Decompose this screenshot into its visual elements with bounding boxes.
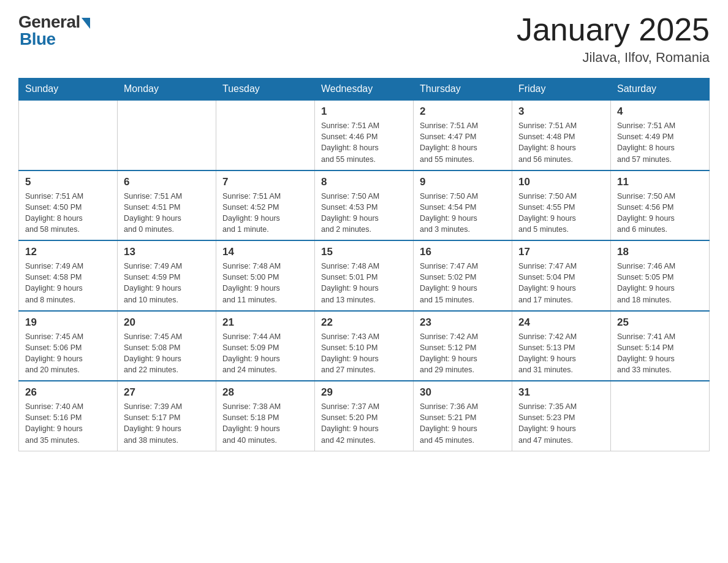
calendar-cell: 13Sunrise: 7:49 AMSunset: 4:59 PMDayligh… bbox=[118, 240, 216, 311]
day-info: Sunrise: 7:50 AMSunset: 4:54 PMDaylight:… bbox=[420, 191, 506, 236]
day-info: Sunrise: 7:39 AMSunset: 5:17 PMDaylight:… bbox=[124, 401, 210, 446]
day-info: Sunrise: 7:45 AMSunset: 5:08 PMDaylight:… bbox=[124, 331, 210, 376]
calendar-cell: 5Sunrise: 7:51 AMSunset: 4:50 PMDaylight… bbox=[19, 170, 118, 241]
day-info: Sunrise: 7:50 AMSunset: 4:53 PMDaylight:… bbox=[321, 191, 407, 236]
calendar-cell: 1Sunrise: 7:51 AMSunset: 4:46 PMDaylight… bbox=[315, 100, 414, 170]
day-info: Sunrise: 7:49 AMSunset: 4:58 PMDaylight:… bbox=[25, 261, 111, 305]
title-section: January 2025 Jilava, Ilfov, Romania bbox=[517, 12, 710, 66]
calendar-cell: 25Sunrise: 7:41 AMSunset: 5:14 PMDayligh… bbox=[611, 311, 710, 381]
calendar-title: January 2025 bbox=[517, 12, 710, 47]
day-info: Sunrise: 7:40 AMSunset: 5:16 PMDaylight:… bbox=[25, 401, 111, 446]
calendar-cell bbox=[216, 100, 315, 170]
page-header: General Blue January 2025 Jilava, Ilfov,… bbox=[18, 12, 710, 66]
day-number: 18 bbox=[617, 246, 703, 258]
day-number: 17 bbox=[518, 246, 604, 258]
day-number: 13 bbox=[124, 246, 210, 258]
day-info: Sunrise: 7:43 AMSunset: 5:10 PMDaylight:… bbox=[321, 331, 407, 376]
calendar-cell bbox=[19, 100, 118, 170]
calendar-cell: 23Sunrise: 7:42 AMSunset: 5:12 PMDayligh… bbox=[414, 311, 512, 381]
day-info: Sunrise: 7:42 AMSunset: 5:12 PMDaylight:… bbox=[420, 331, 506, 376]
day-number: 11 bbox=[617, 176, 703, 188]
day-number: 28 bbox=[222, 386, 308, 399]
calendar-cell: 9Sunrise: 7:50 AMSunset: 4:54 PMDaylight… bbox=[414, 170, 512, 241]
day-info: Sunrise: 7:51 AMSunset: 4:51 PMDaylight:… bbox=[124, 191, 210, 236]
day-info: Sunrise: 7:51 AMSunset: 4:47 PMDaylight:… bbox=[420, 120, 506, 165]
day-info: Sunrise: 7:47 AMSunset: 5:02 PMDaylight:… bbox=[420, 261, 506, 305]
day-info: Sunrise: 7:47 AMSunset: 5:04 PMDaylight:… bbox=[518, 261, 604, 305]
day-number: 8 bbox=[321, 176, 407, 188]
day-info: Sunrise: 7:44 AMSunset: 5:09 PMDaylight:… bbox=[222, 331, 308, 376]
calendar-day-header: Monday bbox=[118, 79, 216, 101]
day-info: Sunrise: 7:38 AMSunset: 5:18 PMDaylight:… bbox=[222, 401, 308, 446]
calendar-week-row: 26Sunrise: 7:40 AMSunset: 5:16 PMDayligh… bbox=[19, 381, 710, 451]
day-number: 31 bbox=[518, 386, 604, 399]
day-info: Sunrise: 7:37 AMSunset: 5:20 PMDaylight:… bbox=[321, 401, 407, 446]
calendar-cell: 8Sunrise: 7:50 AMSunset: 4:53 PMDaylight… bbox=[315, 170, 414, 241]
day-info: Sunrise: 7:50 AMSunset: 4:56 PMDaylight:… bbox=[617, 191, 703, 236]
day-info: Sunrise: 7:41 AMSunset: 5:14 PMDaylight:… bbox=[617, 331, 703, 376]
day-info: Sunrise: 7:51 AMSunset: 4:50 PMDaylight:… bbox=[25, 191, 111, 236]
day-info: Sunrise: 7:36 AMSunset: 5:21 PMDaylight:… bbox=[420, 401, 506, 446]
day-number: 21 bbox=[222, 316, 308, 329]
day-number: 27 bbox=[124, 386, 210, 399]
calendar-cell: 14Sunrise: 7:48 AMSunset: 5:00 PMDayligh… bbox=[216, 240, 315, 311]
calendar-day-header: Tuesday bbox=[216, 79, 315, 101]
calendar-cell: 24Sunrise: 7:42 AMSunset: 5:13 PMDayligh… bbox=[512, 311, 611, 381]
calendar-cell bbox=[118, 100, 216, 170]
day-number: 1 bbox=[321, 105, 407, 118]
calendar-day-header: Saturday bbox=[611, 79, 710, 101]
calendar-table: SundayMondayTuesdayWednesdayThursdayFrid… bbox=[18, 78, 710, 451]
day-number: 22 bbox=[321, 316, 407, 329]
day-number: 2 bbox=[420, 105, 506, 118]
calendar-cell bbox=[611, 381, 710, 451]
day-info: Sunrise: 7:48 AMSunset: 5:00 PMDaylight:… bbox=[222, 261, 308, 305]
calendar-header-row: SundayMondayTuesdayWednesdayThursdayFrid… bbox=[19, 79, 710, 101]
logo-blue-text: Blue bbox=[20, 29, 56, 49]
calendar-cell: 20Sunrise: 7:45 AMSunset: 5:08 PMDayligh… bbox=[118, 311, 216, 381]
calendar-cell: 26Sunrise: 7:40 AMSunset: 5:16 PMDayligh… bbox=[19, 381, 118, 451]
calendar-cell: 3Sunrise: 7:51 AMSunset: 4:48 PMDaylight… bbox=[512, 100, 611, 170]
day-number: 10 bbox=[518, 176, 604, 188]
day-number: 15 bbox=[321, 246, 407, 258]
calendar-week-row: 5Sunrise: 7:51 AMSunset: 4:50 PMDaylight… bbox=[19, 170, 710, 241]
day-info: Sunrise: 7:35 AMSunset: 5:23 PMDaylight:… bbox=[518, 401, 604, 446]
calendar-cell: 22Sunrise: 7:43 AMSunset: 5:10 PMDayligh… bbox=[315, 311, 414, 381]
calendar-cell: 16Sunrise: 7:47 AMSunset: 5:02 PMDayligh… bbox=[414, 240, 512, 311]
calendar-cell: 15Sunrise: 7:48 AMSunset: 5:01 PMDayligh… bbox=[315, 240, 414, 311]
day-info: Sunrise: 7:49 AMSunset: 4:59 PMDaylight:… bbox=[124, 261, 210, 305]
calendar-cell: 30Sunrise: 7:36 AMSunset: 5:21 PMDayligh… bbox=[414, 381, 512, 451]
calendar-day-header: Sunday bbox=[19, 79, 118, 101]
day-number: 14 bbox=[222, 246, 308, 258]
day-info: Sunrise: 7:48 AMSunset: 5:01 PMDaylight:… bbox=[321, 261, 407, 305]
calendar-cell: 11Sunrise: 7:50 AMSunset: 4:56 PMDayligh… bbox=[611, 170, 710, 241]
day-info: Sunrise: 7:51 AMSunset: 4:49 PMDaylight:… bbox=[617, 120, 703, 165]
calendar-cell: 6Sunrise: 7:51 AMSunset: 4:51 PMDaylight… bbox=[118, 170, 216, 241]
day-number: 29 bbox=[321, 386, 407, 399]
day-info: Sunrise: 7:51 AMSunset: 4:52 PMDaylight:… bbox=[222, 191, 308, 236]
day-number: 20 bbox=[124, 316, 210, 329]
calendar-week-row: 19Sunrise: 7:45 AMSunset: 5:06 PMDayligh… bbox=[19, 311, 710, 381]
calendar-cell: 2Sunrise: 7:51 AMSunset: 4:47 PMDaylight… bbox=[414, 100, 512, 170]
day-number: 3 bbox=[518, 105, 604, 118]
day-info: Sunrise: 7:51 AMSunset: 4:48 PMDaylight:… bbox=[518, 120, 604, 165]
calendar-cell: 7Sunrise: 7:51 AMSunset: 4:52 PMDaylight… bbox=[216, 170, 315, 241]
calendar-cell: 17Sunrise: 7:47 AMSunset: 5:04 PMDayligh… bbox=[512, 240, 611, 311]
calendar-cell: 29Sunrise: 7:37 AMSunset: 5:20 PMDayligh… bbox=[315, 381, 414, 451]
day-number: 6 bbox=[124, 176, 210, 188]
logo-triangle-icon bbox=[82, 18, 90, 29]
calendar-cell: 31Sunrise: 7:35 AMSunset: 5:23 PMDayligh… bbox=[512, 381, 611, 451]
calendar-day-header: Thursday bbox=[414, 79, 512, 101]
day-info: Sunrise: 7:46 AMSunset: 5:05 PMDaylight:… bbox=[617, 261, 703, 305]
calendar-cell: 10Sunrise: 7:50 AMSunset: 4:55 PMDayligh… bbox=[512, 170, 611, 241]
logo: General Blue bbox=[18, 12, 90, 49]
calendar-cell: 18Sunrise: 7:46 AMSunset: 5:05 PMDayligh… bbox=[611, 240, 710, 311]
calendar-cell: 21Sunrise: 7:44 AMSunset: 5:09 PMDayligh… bbox=[216, 311, 315, 381]
calendar-cell: 4Sunrise: 7:51 AMSunset: 4:49 PMDaylight… bbox=[611, 100, 710, 170]
day-number: 19 bbox=[25, 316, 111, 329]
day-number: 25 bbox=[617, 316, 703, 329]
day-number: 26 bbox=[25, 386, 111, 399]
day-info: Sunrise: 7:51 AMSunset: 4:46 PMDaylight:… bbox=[321, 120, 407, 165]
day-number: 16 bbox=[420, 246, 506, 258]
day-info: Sunrise: 7:50 AMSunset: 4:55 PMDaylight:… bbox=[518, 191, 604, 236]
day-number: 23 bbox=[420, 316, 506, 329]
